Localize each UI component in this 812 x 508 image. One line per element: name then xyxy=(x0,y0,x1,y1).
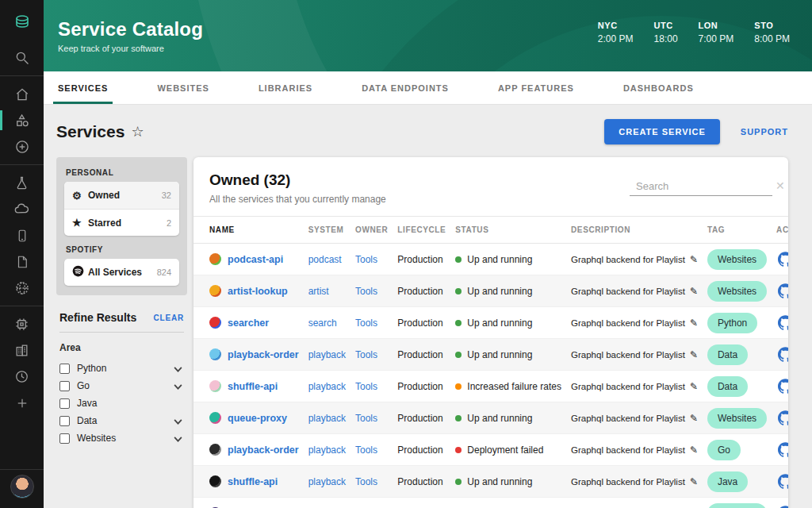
edit-pencil-icon[interactable]: ✎ xyxy=(690,413,698,424)
catalog-icon[interactable] xyxy=(0,107,44,133)
tag-pill[interactable]: Websites xyxy=(707,249,767,270)
column-header-system[interactable]: SYSTEM xyxy=(304,217,350,244)
chevron-down-icon[interactable] xyxy=(174,379,182,393)
edit-pencil-icon[interactable]: ✎ xyxy=(690,381,698,392)
edit-pencil-icon[interactable]: ✎ xyxy=(690,286,698,297)
checkbox[interactable] xyxy=(59,381,70,391)
service-name-link[interactable]: podcast-api xyxy=(209,253,299,265)
add-plus-icon[interactable] xyxy=(0,390,44,416)
system-link[interactable]: podcast xyxy=(308,254,342,265)
chevron-down-icon[interactable] xyxy=(174,361,182,375)
github-icon[interactable] xyxy=(778,283,788,298)
edit-pencil-icon[interactable]: ✎ xyxy=(690,476,698,487)
system-link[interactable]: playback xyxy=(308,349,346,360)
service-name-link[interactable]: playback-order xyxy=(209,348,299,360)
tag-pill[interactable]: Data xyxy=(707,376,748,397)
area-option-python[interactable]: Python xyxy=(59,360,184,377)
create-service-button[interactable]: CREATE SERVICE xyxy=(604,119,720,144)
edit-pencil-icon[interactable]: ✎ xyxy=(690,349,698,360)
filter-item-starred[interactable]: ★Starred2 xyxy=(64,209,179,236)
org-building-icon[interactable] xyxy=(0,337,44,364)
tab-data-endpoints[interactable]: DATA ENDPOINTS xyxy=(362,71,449,104)
document-icon[interactable] xyxy=(0,248,44,275)
owner-link[interactable]: Tools xyxy=(355,381,377,392)
system-link[interactable]: playback xyxy=(308,381,346,392)
owner-link[interactable]: Tools xyxy=(355,254,377,265)
github-icon[interactable] xyxy=(778,347,788,362)
search-icon[interactable] xyxy=(0,44,44,71)
area-option-java[interactable]: Java xyxy=(59,394,184,412)
owner-link[interactable]: Tools xyxy=(355,413,377,424)
edit-pencil-icon[interactable]: ✎ xyxy=(690,254,698,265)
github-icon[interactable] xyxy=(778,315,788,330)
tab-app-features[interactable]: APP FEATURES xyxy=(498,71,574,104)
checkbox[interactable] xyxy=(59,416,70,426)
user-avatar[interactable] xyxy=(10,475,34,498)
column-header-owner[interactable]: OWNER xyxy=(350,217,393,244)
clear-search-icon[interactable]: ✕ xyxy=(776,179,785,192)
github-icon[interactable] xyxy=(778,252,788,267)
service-name-link[interactable]: shuffle-api xyxy=(209,380,299,392)
area-option-websites[interactable]: Websites xyxy=(59,429,184,447)
edit-pencil-icon[interactable]: ✎ xyxy=(690,444,698,456)
experiments-flask-icon[interactable] xyxy=(0,170,44,196)
clear-filters-button[interactable]: CLEAR xyxy=(154,314,184,322)
area-option-data[interactable]: Data xyxy=(59,412,184,429)
edit-pencil-icon[interactable]: ✎ xyxy=(690,318,698,329)
mobile-device-icon[interactable] xyxy=(0,222,44,248)
cloud-icon[interactable] xyxy=(0,196,44,222)
column-header-name[interactable]: NAME xyxy=(193,217,304,244)
owner-link[interactable]: Tools xyxy=(355,318,377,329)
service-name-link[interactable]: searcher xyxy=(209,317,299,329)
system-link[interactable]: playback xyxy=(308,476,346,487)
tag-pill[interactable]: Websites xyxy=(707,281,767,302)
owner-link[interactable]: Tools xyxy=(355,476,377,487)
service-name-link[interactable]: playback-order xyxy=(209,444,299,456)
system-link[interactable]: search xyxy=(308,318,337,329)
tag-pill[interactable]: Websites xyxy=(707,503,767,508)
tab-libraries[interactable]: LIBRARIES xyxy=(259,71,312,104)
service-name-link[interactable]: shuffle-api xyxy=(209,475,299,487)
service-name-link[interactable]: queue-proxy xyxy=(209,412,299,424)
tab-dashboards[interactable]: DASHBOARDS xyxy=(623,71,694,104)
tab-websites[interactable]: WEBSITES xyxy=(157,71,209,104)
service-name-link[interactable]: artist-lookup xyxy=(209,285,299,297)
chevron-down-icon[interactable] xyxy=(174,414,182,428)
column-header-actions[interactable]: ACTIONS xyxy=(772,217,788,244)
history-clock-icon[interactable] xyxy=(0,364,44,390)
checkbox[interactable] xyxy=(59,433,70,444)
tag-pill[interactable]: Java xyxy=(707,471,748,492)
tag-pill[interactable]: Websites xyxy=(707,408,767,429)
tag-pill[interactable]: Data xyxy=(707,344,748,365)
tag-pill[interactable]: Python xyxy=(707,313,757,333)
github-icon[interactable] xyxy=(778,410,788,425)
backstage-logo-icon[interactable] xyxy=(0,0,44,44)
globe-icon[interactable] xyxy=(0,275,44,301)
favorite-page-star-icon[interactable]: ☆ xyxy=(131,123,144,140)
column-header-description[interactable]: DESCRIPTION xyxy=(566,217,703,244)
search-input[interactable] xyxy=(636,180,776,192)
filter-item-owned[interactable]: ⚙Owned32 xyxy=(64,182,179,209)
column-header-lifecycle[interactable]: LIFECYCLE xyxy=(393,217,450,244)
chevron-down-icon[interactable] xyxy=(174,431,182,445)
owner-link[interactable]: Tools xyxy=(355,444,377,456)
github-icon[interactable] xyxy=(778,474,788,489)
tag-pill[interactable]: Go xyxy=(707,440,741,460)
create-plus-circle-icon[interactable] xyxy=(0,133,44,160)
checkbox[interactable] xyxy=(59,364,70,374)
support-link[interactable]: SUPPORT xyxy=(741,127,788,137)
owner-link[interactable]: Tools xyxy=(355,349,377,360)
system-link[interactable]: playback xyxy=(308,444,346,456)
column-header-status[interactable]: STATUS xyxy=(450,217,566,244)
system-link[interactable]: playback xyxy=(308,413,346,424)
checkbox[interactable] xyxy=(59,398,70,409)
tab-services[interactable]: SERVICES xyxy=(58,71,108,104)
github-icon[interactable] xyxy=(778,442,788,457)
chip-icon[interactable] xyxy=(0,311,44,337)
owner-link[interactable]: Tools xyxy=(355,286,377,297)
github-icon[interactable] xyxy=(778,379,788,394)
area-option-go[interactable]: Go xyxy=(59,377,184,394)
home-icon[interactable] xyxy=(0,81,44,107)
system-link[interactable]: artist xyxy=(308,286,329,297)
column-header-tag[interactable]: TAG xyxy=(703,217,772,244)
